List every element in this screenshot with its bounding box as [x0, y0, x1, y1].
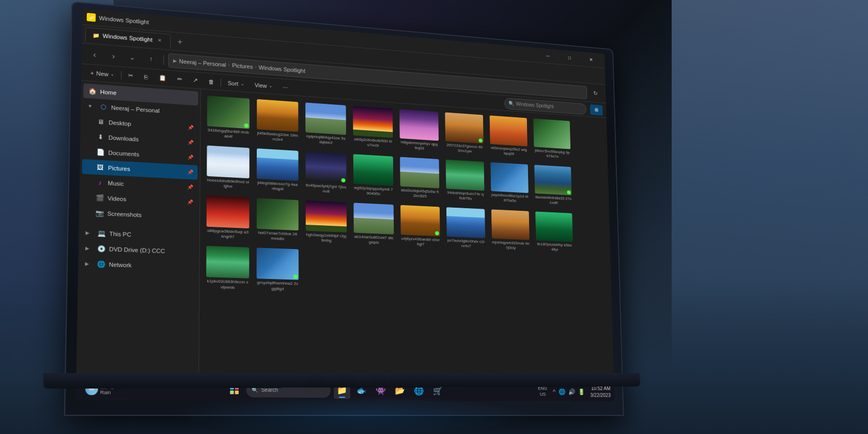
- new-tab-button[interactable]: +: [173, 34, 188, 50]
- file-thumbnail: [353, 106, 393, 138]
- new-btn-label: New: [96, 70, 109, 77]
- system-clock[interactable]: 10:52 AM 3/22/2023: [590, 385, 611, 399]
- file-thumbnail: [306, 200, 347, 233]
- file-name: s88pgcw3lbdn5uqi a3kngr87: [207, 228, 250, 240]
- file-thumbnail: [257, 148, 299, 181]
- file-thumbnail: [446, 160, 485, 191]
- file-name: pn7aviv0gtkn0hdx c2rrx4o7: [447, 238, 486, 250]
- sidebar-dvd-label: DVD Drive (D:) CCC: [109, 246, 165, 254]
- file-item[interactable]: wg92p3sjnppo6ym8 79040i5c: [351, 152, 396, 199]
- language-indicator[interactable]: ENG US: [538, 385, 547, 397]
- breadcrumb-sep-1: ›: [228, 62, 229, 68]
- file-item[interactable]: 6v49pwcfyl4j7gnl 7jlosou8: [303, 149, 348, 197]
- file-item[interactable]: flc187jckziskfhp k5bo48yi: [533, 209, 575, 255]
- dvd-icon: 💿: [97, 244, 106, 253]
- close-button[interactable]: ✕: [581, 52, 601, 68]
- file-item[interactable]: hitlgatnmruyehyv qpg6nj03: [397, 107, 441, 154]
- file-item[interactable]: pepm6xnof8sc1y1d 4t870a5o: [489, 160, 531, 206]
- file-thumbnail: [207, 195, 250, 228]
- file-item[interactable]: mjoirbqywh333msk 0n0j3ciy: [489, 207, 532, 253]
- view-toggle-button[interactable]: ⊞: [590, 104, 603, 115]
- file-item[interactable]: pn7aviv0gtkn0hdx c2rrx4o7: [444, 205, 487, 252]
- file-grid[interactable]: 342llxhgq5bz48if rlmbab4fjt45ki9askcg2cb…: [199, 89, 614, 401]
- file-item[interactable]: jt8noc5nu59aoykg 0p679o7e: [532, 116, 573, 162]
- sidebar-documents-label: Documents: [108, 149, 139, 157]
- file-name: wg92p3sjnppo6ym8 79040i5c: [353, 185, 393, 198]
- file-item[interactable]: k1pkv02c883h9ccm xvtjweds: [204, 244, 252, 293]
- file-name: groyzfqdfhwmhna2 2vgg8ig4: [257, 281, 299, 292]
- file-name: hst07xrrae7ch0ok 26mvsdtx: [257, 230, 299, 242]
- laptop-screen: 📁 Windows Spotlight ─ □ ✕ 📁 Windows Spot…: [64, 1, 624, 416]
- copy-button[interactable]: ⎘: [140, 70, 153, 84]
- desktop-icon: 🖥: [96, 117, 105, 126]
- breadcrumb-pictures[interactable]: Pictures: [232, 62, 253, 70]
- file-item[interactable]: jl4leg0dbbcsxo7g 4aanhqp8: [255, 146, 301, 195]
- file-item[interactable]: s88pgcw3lbdn5uqi a3kngr87: [204, 193, 251, 242]
- file-name: xib5p2nfm6o4b500 6ls7nc0r: [353, 137, 393, 150]
- file-name: k1pkv02c883h9ccm xvtjweds: [206, 279, 249, 291]
- more-options-button[interactable]: ···: [279, 81, 292, 94]
- lang-label: ENG US: [538, 385, 547, 397]
- file-item[interactable]: hst07xrrae7ch0ok 26mvsdtx: [255, 196, 301, 244]
- chevron-up-icon[interactable]: ^: [553, 388, 555, 395]
- minimize-button[interactable]: ─: [537, 48, 559, 64]
- file-thumbnail: [206, 246, 249, 278]
- up-button[interactable]: ↑: [143, 51, 159, 67]
- file-item[interactable]: rk0snzvpwxjz5tx2 wtgbpq06: [488, 114, 530, 160]
- forward-button[interactable]: ›: [105, 48, 122, 64]
- file-thumbnail: [491, 209, 530, 240]
- cut-button[interactable]: ✂: [124, 69, 138, 83]
- weather-condition: Rain: [100, 390, 114, 395]
- view-button[interactable]: View ⌄: [251, 79, 277, 92]
- file-item[interactable]: 34dzdnbqn3uzo74v q0ub7ttu: [444, 158, 487, 204]
- network-status-icon[interactable]: 🌐: [558, 388, 565, 395]
- file-item[interactable]: hoees4dndb9e6hxd oltjjfve: [205, 143, 252, 193]
- file-item[interactable]: groyzfqdfhwmhna2 2vgg8ig4: [254, 246, 301, 295]
- breadcrumb-neeraj[interactable]: Neeraj – Personal: [179, 58, 226, 68]
- music-icon: ♪: [96, 178, 105, 187]
- delete-button[interactable]: 🗑: [204, 75, 219, 88]
- sidebar-home-label: Home: [100, 89, 117, 96]
- file-thumbnail: [400, 205, 440, 236]
- file-item[interactable]: xib5p2nfm6o4b500 6ls7nc0r: [351, 104, 395, 152]
- file-item[interactable]: rqdprkq884qy41oe 5sdqkbe2: [303, 100, 348, 149]
- file-item[interactable]: hgh2axqy1ektfdpf r2yj9mhg: [304, 198, 349, 246]
- battery-icon[interactable]: 🔋: [578, 388, 585, 395]
- file-thumbnail: [490, 115, 528, 146]
- file-item[interactable]: ab14nar0u8f2uht7 dtkgwpiz: [351, 200, 396, 248]
- file-thumbnail: [207, 96, 250, 129]
- paste-button[interactable]: 📋: [154, 71, 171, 85]
- new-button[interactable]: + New ⌄: [86, 66, 119, 81]
- search-placeholder: Windows Spotlight: [516, 101, 553, 109]
- refresh-button[interactable]: ↻: [588, 86, 602, 101]
- file-thumbnail: [445, 112, 484, 144]
- sidebar-desktop-label: Desktop: [109, 119, 131, 127]
- breadcrumb-spotlight[interactable]: Windows Spotlight: [259, 64, 305, 73]
- file-thumbnail: [535, 211, 573, 242]
- file-item[interactable]: 342llxhgq5bz48if rlmbab4f: [205, 94, 252, 143]
- clock-date: 3/22/2023: [590, 392, 611, 398]
- file-item[interactable]: 8axinbf464h8bi33 27o1odtf: [532, 163, 574, 208]
- file-thumbnail: [353, 203, 394, 234]
- share-button[interactable]: ↗: [189, 74, 202, 87]
- rename-button[interactable]: ✏: [173, 73, 187, 86]
- maximize-button[interactable]: □: [559, 50, 580, 66]
- file-item[interactable]: u4j8yzx43fzardbf o0sr6gl7: [398, 203, 442, 250]
- file-name: jt8noc5nu59aoykg 0p679o7e: [534, 148, 570, 160]
- volume-icon[interactable]: 🔊: [568, 388, 575, 395]
- file-item[interactable]: 2t57233z37gtxcvo 603mx1yw: [443, 110, 485, 157]
- folder-icon: 📁: [87, 12, 96, 21]
- sidebar-downloads-label: Downloads: [109, 134, 139, 143]
- recent-locations-button[interactable]: ⌄: [124, 49, 141, 66]
- music-pin: 📌: [187, 184, 193, 190]
- file-thumbnail: [490, 162, 529, 193]
- sort-button[interactable]: Sort ⌄: [224, 76, 249, 90]
- documents-icon: 📄: [96, 148, 105, 157]
- sidebar: 🏠 Home ▼ ⬡ Neeraj – Personal 🖥 Desktop 📌: [76, 81, 201, 400]
- file-name: mjoirbqywh333msk 0n0j3ciy: [492, 240, 530, 251]
- file-item[interactable]: abs0sx6qb45q5z6w 52kn3l25: [398, 154, 441, 202]
- toolbar2-sep: [121, 71, 122, 79]
- back-button[interactable]: ‹: [86, 46, 103, 63]
- tab-close-btn[interactable]: ✕: [156, 37, 163, 44]
- file-item[interactable]: jt45ki9askcg2cbe 1lfmm2e4: [255, 97, 300, 146]
